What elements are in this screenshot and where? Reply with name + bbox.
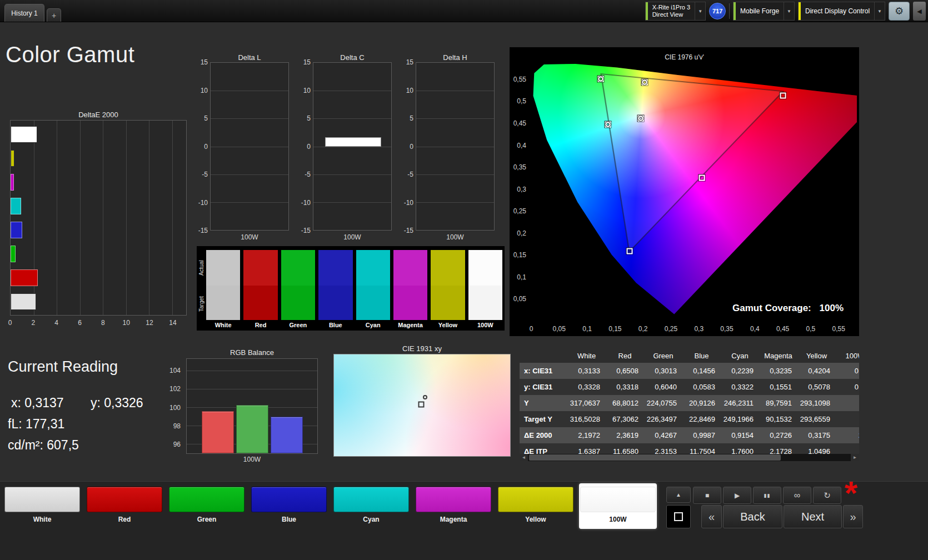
table-cell: 68,8012 xyxy=(606,399,644,407)
x-tick-label: 8 xyxy=(97,319,108,327)
actual-marker-yellow xyxy=(642,79,647,84)
table-cell: 0,4267 xyxy=(644,431,682,439)
reading-fl: fL: 177,31 xyxy=(8,417,64,432)
play-button[interactable]: ▶ xyxy=(723,487,751,504)
table-cell: 0,3013 xyxy=(644,367,682,375)
table-cell: 293,1098 xyxy=(797,399,836,407)
actual-row-label: Actual xyxy=(198,249,205,286)
y-tick-label: -15 xyxy=(399,227,413,234)
swatch-label: 100W xyxy=(468,320,502,329)
pattern-up-button[interactable]: ▲ xyxy=(666,487,691,503)
actual-marker-white xyxy=(638,116,643,121)
table-cell: 2,3619 xyxy=(606,431,644,439)
table-cell: 226,3497 xyxy=(644,415,682,423)
gamut-triangle-outline xyxy=(531,64,857,321)
stop-button[interactable]: ■ xyxy=(693,487,721,504)
pause-button[interactable]: ▮▮ xyxy=(753,487,781,504)
gear-icon: ⚙ xyxy=(895,5,904,17)
swatch-blue: Blue xyxy=(318,250,352,329)
table-cell: 0,3322 xyxy=(721,383,759,391)
meter-selector[interactable]: X-Rite i1Pro 3 Direct View ▼ xyxy=(645,2,706,21)
x-tick-label: 6 xyxy=(74,319,86,327)
actual-marker-cyan xyxy=(605,122,610,127)
swatch-target xyxy=(243,286,277,320)
pattern-source-selector[interactable]: Mobile Forge ▼ xyxy=(733,2,795,21)
y-tick-label: 10 xyxy=(399,87,413,94)
settings-button[interactable]: ⚙ xyxy=(889,2,910,21)
chevron-down-icon[interactable]: ▼ xyxy=(695,2,705,20)
scrollbar-thumb[interactable] xyxy=(529,454,781,461)
cie1931-chart xyxy=(333,354,511,457)
color-swatch-panel: Actual Target WhiteRedGreenBlueCyanMagen… xyxy=(197,246,505,331)
pattern-button-white[interactable]: White xyxy=(3,483,81,529)
deltae-bar-yellow xyxy=(11,150,14,167)
table-cell: 0,9154 xyxy=(721,431,759,439)
y-tick-label: 5 xyxy=(399,114,413,122)
y-tick-label: -10 xyxy=(296,199,311,207)
chevron-down-icon[interactable]: ▼ xyxy=(784,2,794,20)
column-header-cyan: Cyan xyxy=(721,352,759,360)
table-scrollbar[interactable]: ◄ ► xyxy=(520,454,859,461)
pattern-button-yellow[interactable]: Yellow xyxy=(497,483,575,529)
scroll-right-button[interactable]: ► xyxy=(851,454,859,461)
x-tick-label: 0,3 xyxy=(691,325,707,333)
deltae2000-chart xyxy=(10,120,187,316)
display-control-selector[interactable]: Direct Display Control ▼ xyxy=(798,2,885,21)
table-cell: 0,5078 xyxy=(797,383,836,391)
pattern-button-magenta[interactable]: Magenta xyxy=(415,483,492,529)
actual-marker-green xyxy=(598,77,603,82)
pattern-color-chip xyxy=(251,487,327,512)
y-tick-label: 15 xyxy=(193,58,208,66)
skip-back-button[interactable]: « xyxy=(701,505,722,528)
swatch-target xyxy=(431,286,465,320)
tab-history-1[interactable]: History 1 xyxy=(4,4,44,22)
next-button[interactable]: Next xyxy=(784,505,842,528)
pattern-button-cyan[interactable]: Cyan xyxy=(332,483,410,529)
reading-cdm2: cd/m²: 607,5 xyxy=(8,438,79,453)
collapse-panel-button[interactable]: ◀ xyxy=(913,2,926,21)
meter-count-badge: 717 xyxy=(709,3,726,19)
chevron-down-icon[interactable]: ▼ xyxy=(874,2,885,20)
y-tick-label: 104 xyxy=(167,367,181,374)
page-title: Color Gamut xyxy=(6,42,134,67)
refresh-button[interactable]: ↻ xyxy=(813,487,841,504)
table-cell: 0,6508 xyxy=(606,367,644,375)
x-tick-label: 0,1 xyxy=(580,325,595,333)
x-tick-label: 10 xyxy=(121,319,132,327)
target-marker-blue xyxy=(627,248,633,254)
swatch-cyan: Cyan xyxy=(356,250,390,329)
pattern-button-red[interactable]: Red xyxy=(86,483,163,529)
swatch-target xyxy=(468,286,502,320)
gamut-coverage-value: 100% xyxy=(820,303,844,313)
table-cell: 0,4204 xyxy=(797,367,836,375)
current-reading-title: Current Reading xyxy=(8,358,118,376)
reading-y: y: 0,3326 xyxy=(91,396,143,411)
y-tick-label: 96 xyxy=(167,441,181,448)
rgb-balance-x-label: 100W xyxy=(186,456,318,463)
table-cell: 0,2239 xyxy=(721,367,759,375)
x-tick-label: 0,2 xyxy=(635,325,651,333)
back-button[interactable]: Back xyxy=(723,505,782,528)
scroll-left-button[interactable]: ◄ xyxy=(520,454,528,461)
pattern-window-button[interactable] xyxy=(666,505,691,528)
deltae-bar-100w xyxy=(11,126,37,143)
pattern-color-chip xyxy=(498,487,573,512)
pattern-button-green[interactable]: Green xyxy=(168,483,246,529)
scrollbar-track[interactable] xyxy=(528,454,851,461)
add-tab-button[interactable]: + xyxy=(47,8,61,22)
continuous-measure-button[interactable]: ∞ xyxy=(783,487,811,504)
deltae-bar-cyan xyxy=(11,198,21,214)
rgb-balance-title: RGB Balance xyxy=(186,348,318,357)
table-cell: 0,3318 xyxy=(606,383,644,391)
y-tick-label: -15 xyxy=(193,227,208,234)
pattern-button-label: Magenta xyxy=(416,516,491,523)
table-row: Target Y316,502867,3062226,349722,846924… xyxy=(520,411,859,427)
chart-title: Delta C xyxy=(313,53,392,62)
x-tick-label: 0,25 xyxy=(663,325,678,333)
swatch-red: Red xyxy=(243,250,277,329)
pattern-button-blue[interactable]: Blue xyxy=(250,483,328,529)
pattern-button-100w[interactable]: 100W xyxy=(579,483,657,529)
x-tick-label: 0,15 xyxy=(607,325,623,333)
x-tick-label: 4 xyxy=(51,319,62,327)
x-tick-label: 0,5 xyxy=(803,325,819,333)
